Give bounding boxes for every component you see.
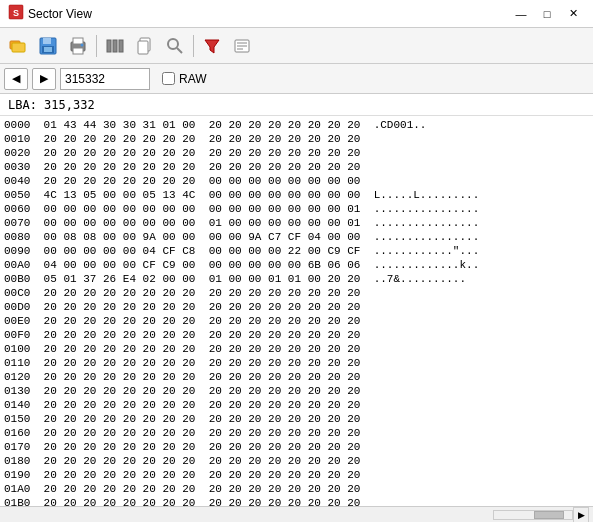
raw-label: RAW [179, 72, 207, 86]
minimize-button[interactable]: — [509, 5, 533, 23]
title-bar: S Sector View — □ ✕ [0, 0, 593, 28]
svg-rect-3 [12, 43, 25, 52]
window-controls: — □ ✕ [509, 5, 585, 23]
forward-button[interactable]: ▶ [32, 68, 56, 90]
app-icon: S [8, 4, 24, 23]
raw-checkbox[interactable] [162, 72, 175, 85]
hex-view[interactable]: 0000 01 43 44 30 30 31 01 00 20 20 20 20… [0, 116, 593, 506]
svg-point-17 [168, 39, 178, 49]
svg-rect-9 [73, 38, 83, 44]
lba-bar: LBA: 315,332 [0, 94, 593, 116]
copy-button[interactable] [131, 32, 159, 60]
columns-button[interactable] [101, 32, 129, 60]
svg-point-11 [81, 43, 84, 46]
status-bar: ▶ [0, 506, 593, 522]
svg-text:S: S [13, 8, 19, 18]
svg-marker-19 [205, 40, 219, 53]
lba-text: LBA: 315,332 [8, 98, 95, 112]
svg-rect-13 [113, 40, 117, 52]
back-button[interactable]: ◀ [4, 68, 28, 90]
nav-bar: ◀ ▶ RAW [0, 64, 593, 94]
close-button[interactable]: ✕ [561, 5, 585, 23]
svg-rect-7 [44, 47, 52, 52]
content-area: 0000 01 43 44 30 30 31 01 00 20 20 20 20… [0, 116, 593, 506]
toolbar [0, 28, 593, 64]
separator-1 [96, 35, 97, 57]
svg-rect-14 [119, 40, 123, 52]
window-title: Sector View [28, 7, 509, 21]
horizontal-scrollbar[interactable] [493, 510, 573, 520]
open-button[interactable] [4, 32, 32, 60]
svg-line-18 [177, 48, 182, 53]
maximize-button[interactable]: □ [535, 5, 559, 23]
sector-input[interactable] [60, 68, 150, 90]
svg-rect-16 [138, 41, 148, 54]
svg-rect-12 [107, 40, 111, 52]
separator-2 [193, 35, 194, 57]
filter-button[interactable] [198, 32, 226, 60]
raw-checkbox-label[interactable]: RAW [162, 72, 207, 86]
info-button[interactable] [228, 32, 256, 60]
scroll-right-button[interactable]: ▶ [573, 507, 589, 523]
svg-rect-5 [43, 38, 51, 44]
svg-rect-10 [73, 48, 83, 54]
find-button[interactable] [161, 32, 189, 60]
print-button[interactable] [64, 32, 92, 60]
save-button[interactable] [34, 32, 62, 60]
